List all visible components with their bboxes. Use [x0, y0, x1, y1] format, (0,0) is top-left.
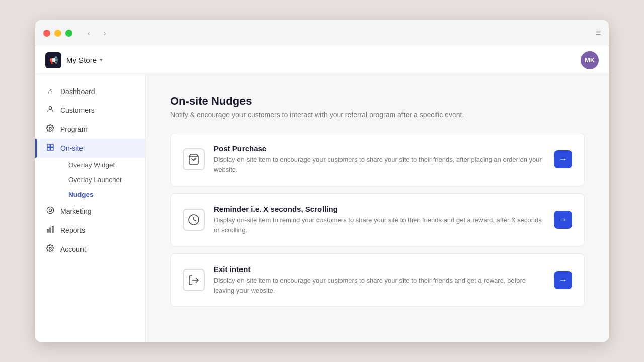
close-button[interactable] [43, 30, 50, 37]
sidebar-label-overlay-widget: Overlay Widget [68, 161, 115, 169]
app-body: 📢 My Store ▾ MK ⌂ Dashboard [35, 46, 609, 342]
topbar-layout: 📢 My Store ▾ MK ⌂ Dashboard [35, 46, 609, 342]
marketing-icon [45, 206, 55, 216]
nudge-title-exit-intent: Exit intent [214, 265, 545, 274]
sidebar-label-program: Program [60, 125, 88, 133]
nav-arrows: ‹ › [83, 27, 111, 39]
svg-rect-9 [50, 228, 51, 232]
svg-point-6 [47, 207, 53, 213]
main-content: On-site Nudges Notify & encourage your c… [146, 74, 609, 342]
avatar[interactable]: MK [581, 51, 599, 69]
titlebar: ‹ › ≡ [35, 20, 609, 46]
svg-rect-3 [51, 144, 53, 147]
nudge-info-exit-intent: Exit intent Display on-site item to enco… [214, 265, 545, 295]
page-subtitle: Notify & encourage your customers to int… [170, 111, 585, 119]
reminder-icon [183, 209, 205, 231]
post-purchase-icon [183, 148, 205, 170]
sidebar-item-overlay-launcher[interactable]: Overlay Launcher [60, 172, 145, 187]
sidebar-item-reports[interactable]: Reports [35, 221, 145, 240]
sidebar: ⌂ Dashboard Customers Program [35, 74, 146, 342]
svg-point-1 [49, 127, 51, 129]
store-name-label: My Store [66, 56, 97, 64]
nudge-card-post-purchase[interactable]: Post Purchase Display on-site item to en… [170, 133, 585, 186]
sidebar-label-marketing: Marketing [60, 207, 91, 215]
nudge-arrow-exit-intent[interactable]: → [554, 271, 572, 289]
sidebar-item-program[interactable]: Program [35, 120, 145, 139]
sidebar-label-onsite: On-site [60, 144, 83, 152]
sidebar-label-account: Account [60, 245, 86, 253]
topbar: 📢 My Store ▾ MK [35, 46, 609, 74]
store-logo: 📢 [45, 52, 61, 68]
nudge-card-reminder[interactable]: Reminder i.e. X seconds, Scrolling Displ… [170, 193, 585, 246]
hamburger-icon[interactable]: ≡ [595, 28, 601, 38]
sidebar-label-customers: Customers [60, 106, 95, 114]
svg-rect-5 [51, 148, 53, 150]
sidebar-item-onsite[interactable]: On-site [35, 139, 145, 158]
nudge-info-reminder: Reminder i.e. X seconds, Scrolling Displ… [214, 205, 545, 235]
svg-point-0 [49, 107, 51, 109]
store-chevron-icon: ▾ [100, 57, 103, 63]
sidebar-item-nudges[interactable]: Nudges [60, 187, 145, 202]
nudge-arrow-post-purchase[interactable]: → [554, 150, 572, 168]
sidebar-item-dashboard[interactable]: ⌂ Dashboard [35, 82, 145, 101]
sidebar-item-customers[interactable]: Customers [35, 101, 145, 120]
svg-point-11 [49, 247, 51, 249]
minimize-button[interactable] [54, 30, 61, 37]
sidebar-label-overlay-launcher: Overlay Launcher [68, 176, 122, 184]
forward-button[interactable]: › [99, 27, 111, 39]
sidebar-label-dashboard: Dashboard [60, 87, 95, 96]
svg-rect-10 [47, 230, 48, 232]
onsite-icon [45, 143, 55, 153]
exit-intent-icon [183, 269, 205, 291]
nudge-title-reminder: Reminder i.e. X seconds, Scrolling [214, 205, 545, 213]
sidebar-item-overlay-widget[interactable]: Overlay Widget [60, 158, 145, 172]
nudge-arrow-reminder[interactable]: → [554, 211, 572, 229]
nudge-title-post-purchase: Post Purchase [214, 144, 545, 153]
svg-rect-8 [52, 226, 53, 232]
nudge-desc-post-purchase: Display on-site item to encourage your c… [214, 155, 545, 174]
back-button[interactable]: ‹ [83, 27, 95, 39]
app-window: ‹ › ≡ 📢 My Store ▾ MK [35, 20, 609, 342]
sidebar-label-reports: Reports [60, 226, 85, 234]
sidebar-submenu: Overlay Widget Overlay Launcher Nudges [35, 158, 145, 202]
maximize-button[interactable] [65, 30, 72, 37]
sidebar-item-marketing[interactable]: Marketing [35, 202, 145, 221]
traffic-lights [43, 30, 72, 37]
svg-rect-4 [47, 148, 50, 150]
nudge-desc-exit-intent: Display on-site item to encourage your c… [214, 276, 545, 295]
account-icon [45, 244, 55, 254]
sidebar-item-account[interactable]: Account [35, 240, 145, 259]
nudge-desc-reminder: Display on-site item to remind your cust… [214, 215, 545, 235]
store-name-button[interactable]: My Store ▾ [66, 56, 103, 64]
reports-icon [45, 225, 55, 235]
page-title: On-site Nudges [170, 95, 585, 108]
sidebar-label-nudges: Nudges [68, 191, 94, 198]
svg-rect-2 [47, 144, 50, 147]
home-icon: ⌂ [45, 87, 55, 96]
nudge-card-exit-intent[interactable]: Exit intent Display on-site item to enco… [170, 253, 585, 307]
svg-point-7 [49, 209, 51, 211]
program-icon [45, 124, 55, 134]
layout: ⌂ Dashboard Customers Program [35, 74, 609, 342]
customers-icon [45, 105, 55, 115]
nudge-info-post-purchase: Post Purchase Display on-site item to en… [214, 144, 545, 174]
